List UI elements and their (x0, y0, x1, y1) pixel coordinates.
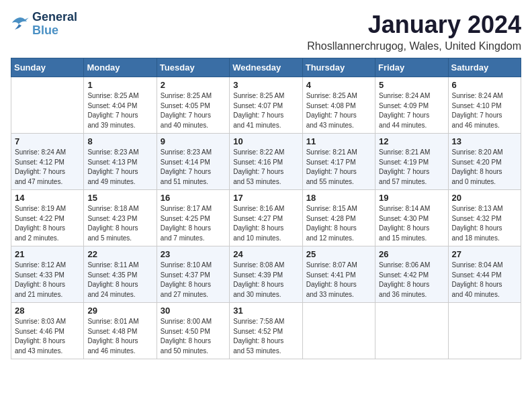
day-header-thursday: Thursday (302, 58, 375, 77)
day-number: 6 (452, 80, 517, 90)
calendar-cell: 30Sunrise: 8:00 AMSunset: 4:50 PMDayligh… (157, 303, 229, 359)
day-info: Sunrise: 8:06 AMSunset: 4:42 PMDaylight:… (379, 261, 444, 300)
calendar-week-2: 7Sunrise: 8:24 AMSunset: 4:12 PMDaylight… (11, 134, 521, 190)
calendar-cell: 10Sunrise: 8:22 AMSunset: 4:16 PMDayligh… (230, 134, 302, 190)
calendar-week-4: 21Sunrise: 8:12 AMSunset: 4:33 PMDayligh… (11, 246, 521, 303)
day-info: Sunrise: 8:18 AMSunset: 4:23 PMDaylight:… (87, 204, 152, 243)
logo-text: General Blue (32, 11, 77, 38)
day-number: 3 (233, 80, 298, 90)
day-info: Sunrise: 8:13 AMSunset: 4:32 PMDaylight:… (452, 204, 517, 243)
day-info: Sunrise: 8:19 AMSunset: 4:22 PMDaylight:… (15, 204, 80, 243)
calendar-cell: 15Sunrise: 8:18 AMSunset: 4:23 PMDayligh… (84, 190, 157, 246)
calendar-cell: 6Sunrise: 8:24 AMSunset: 4:10 PMDaylight… (448, 77, 521, 134)
calendar-cell: 27Sunrise: 8:04 AMSunset: 4:44 PMDayligh… (448, 246, 521, 303)
day-info: Sunrise: 8:25 AMSunset: 4:05 PMDaylight:… (161, 91, 226, 130)
day-info: Sunrise: 8:24 AMSunset: 4:12 PMDaylight:… (15, 148, 80, 187)
day-info: Sunrise: 8:16 AMSunset: 4:27 PMDaylight:… (233, 204, 298, 243)
calendar-cell: 26Sunrise: 8:06 AMSunset: 4:42 PMDayligh… (375, 246, 448, 303)
calendar-cell: 13Sunrise: 8:20 AMSunset: 4:20 PMDayligh… (448, 134, 521, 190)
title-block: January 2024 Rhosllannerchrugog, Wales, … (307, 11, 521, 52)
day-number: 16 (161, 193, 226, 203)
day-info: Sunrise: 8:04 AMSunset: 4:44 PMDaylight:… (452, 261, 517, 300)
logo-icon (11, 16, 30, 32)
day-info: Sunrise: 8:25 AMSunset: 4:04 PMDaylight:… (87, 91, 152, 130)
day-info: Sunrise: 8:23 AMSunset: 4:13 PMDaylight:… (87, 148, 152, 187)
day-info: Sunrise: 8:23 AMSunset: 4:14 PMDaylight:… (161, 148, 226, 187)
day-number: 31 (233, 306, 298, 316)
calendar-cell: 9Sunrise: 8:23 AMSunset: 4:14 PMDaylight… (157, 134, 229, 190)
calendar-cell: 23Sunrise: 8:10 AMSunset: 4:37 PMDayligh… (157, 246, 229, 303)
day-number: 28 (15, 306, 80, 316)
day-number: 22 (87, 249, 152, 259)
day-number: 12 (379, 136, 444, 146)
day-info: Sunrise: 7:58 AMSunset: 4:52 PMDaylight:… (233, 317, 298, 356)
day-number: 5 (379, 80, 444, 90)
day-info: Sunrise: 8:11 AMSunset: 4:35 PMDaylight:… (87, 261, 152, 300)
day-info: Sunrise: 8:12 AMSunset: 4:33 PMDaylight:… (15, 261, 80, 300)
calendar-cell: 2Sunrise: 8:25 AMSunset: 4:05 PMDaylight… (157, 77, 229, 134)
day-info: Sunrise: 8:14 AMSunset: 4:30 PMDaylight:… (379, 204, 444, 243)
day-number: 23 (161, 249, 226, 259)
day-number: 29 (87, 306, 152, 316)
day-number: 20 (452, 193, 517, 203)
calendar-cell (448, 303, 521, 359)
day-header-friday: Friday (375, 58, 448, 77)
day-number: 18 (306, 193, 371, 203)
day-number: 19 (379, 193, 444, 203)
calendar-cell: 19Sunrise: 8:14 AMSunset: 4:30 PMDayligh… (375, 190, 448, 246)
calendar-cell: 28Sunrise: 8:03 AMSunset: 4:46 PMDayligh… (11, 303, 84, 359)
day-number: 7 (15, 136, 80, 146)
location-subtitle: Rhosllannerchrugog, Wales, United Kingdo… (307, 40, 521, 52)
calendar-cell: 24Sunrise: 8:08 AMSunset: 4:39 PMDayligh… (230, 246, 302, 303)
calendar-week-5: 28Sunrise: 8:03 AMSunset: 4:46 PMDayligh… (11, 303, 521, 359)
day-number: 14 (15, 193, 80, 203)
day-number: 25 (306, 249, 371, 259)
day-number: 9 (161, 136, 226, 146)
day-number: 26 (379, 249, 444, 259)
calendar-body: 1Sunrise: 8:25 AMSunset: 4:04 PMDaylight… (11, 77, 521, 359)
calendar-cell: 25Sunrise: 8:07 AMSunset: 4:41 PMDayligh… (302, 246, 375, 303)
calendar-cell: 18Sunrise: 8:15 AMSunset: 4:28 PMDayligh… (302, 190, 375, 246)
day-info: Sunrise: 8:25 AMSunset: 4:08 PMDaylight:… (306, 91, 371, 130)
day-info: Sunrise: 8:07 AMSunset: 4:41 PMDaylight:… (306, 261, 371, 300)
day-header-saturday: Saturday (448, 58, 521, 77)
page-header: General Blue January 2024 Rhosllannerchr… (11, 11, 521, 52)
calendar-cell (375, 303, 448, 359)
day-info: Sunrise: 8:22 AMSunset: 4:16 PMDaylight:… (233, 148, 298, 187)
calendar-cell (11, 77, 84, 134)
day-info: Sunrise: 8:01 AMSunset: 4:48 PMDaylight:… (87, 317, 152, 356)
calendar-cell (302, 303, 375, 359)
day-number: 10 (233, 136, 298, 146)
day-header-wednesday: Wednesday (230, 58, 302, 77)
month-title: January 2024 (307, 11, 521, 39)
calendar-cell: 14Sunrise: 8:19 AMSunset: 4:22 PMDayligh… (11, 190, 84, 246)
calendar-cell: 3Sunrise: 8:25 AMSunset: 4:07 PMDaylight… (230, 77, 302, 134)
day-info: Sunrise: 8:20 AMSunset: 4:20 PMDaylight:… (452, 148, 517, 187)
calendar-cell: 5Sunrise: 8:24 AMSunset: 4:09 PMDaylight… (375, 77, 448, 134)
day-info: Sunrise: 8:03 AMSunset: 4:46 PMDaylight:… (15, 317, 80, 356)
calendar-cell: 29Sunrise: 8:01 AMSunset: 4:48 PMDayligh… (84, 303, 157, 359)
calendar-cell: 1Sunrise: 8:25 AMSunset: 4:04 PMDaylight… (84, 77, 157, 134)
calendar-cell: 11Sunrise: 8:21 AMSunset: 4:17 PMDayligh… (302, 134, 375, 190)
day-info: Sunrise: 8:10 AMSunset: 4:37 PMDaylight:… (161, 261, 226, 300)
day-info: Sunrise: 8:24 AMSunset: 4:09 PMDaylight:… (379, 91, 444, 130)
day-info: Sunrise: 8:17 AMSunset: 4:25 PMDaylight:… (161, 204, 226, 243)
calendar-cell: 7Sunrise: 8:24 AMSunset: 4:12 PMDaylight… (11, 134, 84, 190)
calendar-table: SundayMondayTuesdayWednesdayThursdayFrid… (11, 58, 521, 359)
day-number: 11 (306, 136, 371, 146)
day-header-tuesday: Tuesday (157, 58, 229, 77)
calendar-cell: 12Sunrise: 8:21 AMSunset: 4:19 PMDayligh… (375, 134, 448, 190)
day-info: Sunrise: 8:24 AMSunset: 4:10 PMDaylight:… (452, 91, 517, 130)
calendar-week-3: 14Sunrise: 8:19 AMSunset: 4:22 PMDayligh… (11, 190, 521, 246)
calendar-cell: 4Sunrise: 8:25 AMSunset: 4:08 PMDaylight… (302, 77, 375, 134)
day-number: 8 (87, 136, 152, 146)
day-info: Sunrise: 8:00 AMSunset: 4:50 PMDaylight:… (161, 317, 226, 356)
day-number: 13 (452, 136, 517, 146)
calendar-cell: 17Sunrise: 8:16 AMSunset: 4:27 PMDayligh… (230, 190, 302, 246)
calendar-cell: 20Sunrise: 8:13 AMSunset: 4:32 PMDayligh… (448, 190, 521, 246)
day-number: 27 (452, 249, 517, 259)
logo: General Blue (11, 11, 77, 38)
day-info: Sunrise: 8:15 AMSunset: 4:28 PMDaylight:… (306, 204, 371, 243)
calendar-week-1: 1Sunrise: 8:25 AMSunset: 4:04 PMDaylight… (11, 77, 521, 134)
calendar-cell: 31Sunrise: 7:58 AMSunset: 4:52 PMDayligh… (230, 303, 302, 359)
